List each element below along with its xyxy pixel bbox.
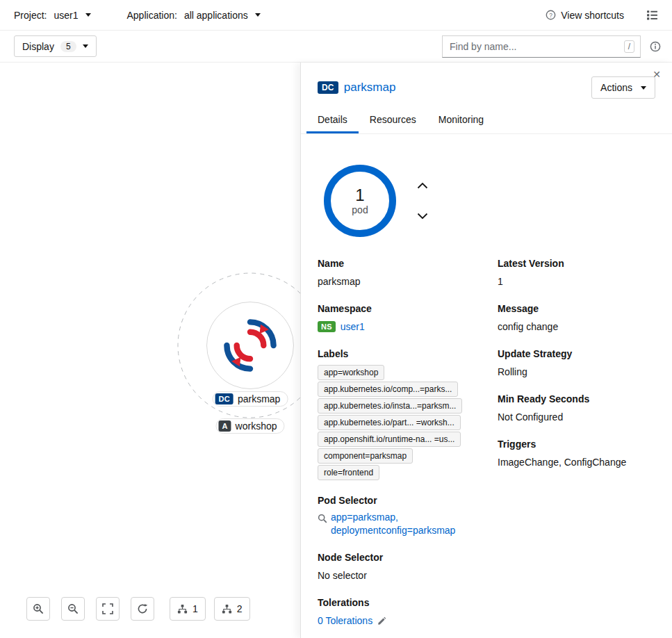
sitemap-icon bbox=[222, 604, 232, 614]
list-view-toggle-button[interactable] bbox=[645, 8, 659, 22]
content: DC parksmap A workshop 1 bbox=[0, 63, 672, 638]
panel-body: 1 pod Name parksmap bbox=[301, 134, 672, 638]
project-label: Project: bbox=[14, 10, 47, 21]
pod-selector-link[interactable]: app=parksmap, deploymentconfig=parksmap bbox=[318, 512, 498, 537]
label-chip: app.openshift.io/runtime-na... =us... bbox=[318, 432, 461, 447]
application-selector[interactable]: Application: all applications bbox=[127, 10, 261, 21]
resource-side-panel: ✕ DC parksmap Actions Details Resources … bbox=[300, 63, 672, 638]
question-circle-icon: ? bbox=[546, 10, 556, 20]
toggle-count: 1 bbox=[192, 603, 198, 614]
toolbar-right: / bbox=[442, 35, 662, 58]
detail-term: Pod Selector bbox=[318, 495, 498, 506]
panel-title-group: DC parksmap bbox=[318, 81, 395, 95]
caret-down-icon bbox=[255, 13, 261, 17]
detail-value: No selector bbox=[318, 569, 498, 582]
application-name: workshop bbox=[236, 420, 277, 432]
scale-down-button[interactable] bbox=[416, 209, 429, 223]
view-shortcuts-button[interactable]: ? View shortcuts bbox=[546, 10, 624, 21]
display-dropdown-label: Display bbox=[22, 41, 54, 52]
edit-tolerations-button[interactable] bbox=[377, 616, 386, 625]
graph-toggle-2[interactable]: 2 bbox=[214, 597, 250, 621]
list-icon bbox=[646, 9, 658, 21]
details-right-column: Latest Version 1 Message config change U… bbox=[498, 258, 655, 484]
tab-monitoring[interactable]: Monitoring bbox=[427, 107, 495, 133]
masthead-right: ? View shortcuts bbox=[546, 8, 659, 22]
dc-resource-badge: DC bbox=[318, 81, 338, 94]
detail-value: Rolling bbox=[498, 365, 655, 379]
detail-name: Name parksmap bbox=[318, 258, 498, 288]
pod-selector-line1: app=parksmap, bbox=[331, 512, 398, 523]
fit-to-screen-icon bbox=[102, 603, 113, 614]
caret-down-icon bbox=[641, 86, 646, 90]
detail-term: Namespace bbox=[318, 303, 498, 314]
details-left-column: Name parksmap Namespace NS user1 Labels … bbox=[318, 258, 498, 638]
detail-value: parksmap bbox=[318, 275, 498, 288]
application-group-label[interactable]: A workshop bbox=[215, 418, 284, 434]
detail-tolerations: Tolerations 0 Tolerations bbox=[318, 597, 498, 628]
detail-namespace: Namespace NS user1 bbox=[318, 303, 498, 334]
ns-resource-badge: NS bbox=[318, 321, 336, 332]
detail-min-ready-seconds: Min Ready Seconds Not Configured bbox=[498, 393, 655, 424]
reset-view-button[interactable] bbox=[131, 597, 154, 621]
node-parksmap[interactable] bbox=[206, 302, 294, 389]
detail-triggers: Triggers ImageChange, ConfigChange bbox=[498, 439, 655, 469]
detail-value: ImageChange, ConfigChange bbox=[498, 455, 655, 469]
pencil-icon bbox=[377, 616, 386, 625]
panel-close-button[interactable]: ✕ bbox=[650, 65, 664, 83]
tab-resources[interactable]: Resources bbox=[359, 107, 427, 133]
detail-term: Min Ready Seconds bbox=[498, 393, 655, 404]
close-icon: ✕ bbox=[653, 69, 661, 80]
fit-to-screen-button[interactable] bbox=[96, 597, 120, 621]
topology-toolbar: Display 5 / bbox=[0, 31, 672, 63]
label-chip: component=parksmap bbox=[318, 448, 413, 464]
actions-dropdown[interactable]: Actions bbox=[591, 76, 655, 99]
label-chip: app.kubernetes.io/insta...=parksm... bbox=[318, 398, 462, 414]
caret-down-icon bbox=[85, 13, 91, 17]
application-value: all applications bbox=[184, 10, 248, 21]
application-label: Application: bbox=[127, 10, 177, 21]
detail-term: Latest Version bbox=[498, 258, 655, 269]
scale-up-button[interactable] bbox=[416, 179, 429, 193]
application-badge: A bbox=[218, 420, 231, 432]
zoom-in-icon bbox=[33, 603, 44, 614]
topology-canvas[interactable]: DC parksmap A workshop 1 bbox=[0, 63, 300, 638]
context-selectors: Project: user1 Application: all applicat… bbox=[14, 10, 261, 21]
tab-details[interactable]: Details bbox=[306, 107, 359, 133]
node-label-parksmap[interactable]: DC parksmap bbox=[213, 391, 288, 407]
slash-hotkey-hint: / bbox=[624, 40, 634, 53]
view-shortcuts-label: View shortcuts bbox=[561, 10, 624, 21]
detail-update-strategy: Update Strategy Rolling bbox=[498, 348, 655, 379]
detail-value: 1 bbox=[498, 275, 655, 288]
search-info-button[interactable] bbox=[648, 40, 662, 54]
chevron-up-icon bbox=[417, 182, 428, 189]
search-field: / bbox=[442, 35, 641, 58]
zoom-out-icon bbox=[67, 603, 79, 614]
project-selector[interactable]: Project: user1 bbox=[14, 10, 91, 21]
tolerations-link[interactable]: 0 Tolerations bbox=[318, 614, 372, 628]
detail-value: Not Configured bbox=[498, 410, 655, 424]
graph-toggle-1[interactable]: 1 bbox=[170, 597, 206, 621]
detail-labels: Labels app=workshop app.kubernetes.io/co… bbox=[318, 348, 498, 480]
panel-tabs: Details Resources Monitoring bbox=[301, 107, 672, 134]
caret-down-icon bbox=[83, 44, 88, 48]
display-dropdown[interactable]: Display 5 bbox=[14, 35, 97, 57]
info-circle-icon bbox=[650, 41, 661, 52]
pod-selector-line2: deploymentconfig=parksmap bbox=[331, 523, 498, 537]
zoom-in-button[interactable] bbox=[26, 597, 50, 621]
zoom-out-button[interactable] bbox=[61, 597, 85, 621]
dc-resource-badge: DC bbox=[215, 393, 233, 404]
label-chip: role=frontend bbox=[318, 465, 379, 480]
node-name: parksmap bbox=[238, 393, 280, 404]
namespace-link[interactable]: user1 bbox=[341, 320, 365, 334]
detail-term: Update Strategy bbox=[498, 348, 655, 359]
detail-message: Message config change bbox=[498, 303, 655, 334]
panel-title-link[interactable]: parksmap bbox=[344, 81, 396, 95]
details-grid: Name parksmap Namespace NS user1 Labels … bbox=[318, 258, 655, 638]
detail-node-selector: Node Selector No selector bbox=[318, 552, 498, 582]
panel-header: DC parksmap Actions bbox=[301, 63, 672, 107]
detail-pod-selector: Pod Selector app=parksmap, deploymentcon… bbox=[318, 495, 498, 537]
toggle-count: 2 bbox=[237, 603, 243, 614]
name-search-input[interactable] bbox=[448, 40, 620, 53]
pod-donut-row: 1 pod bbox=[324, 165, 655, 237]
canvas-controls bbox=[26, 597, 154, 621]
